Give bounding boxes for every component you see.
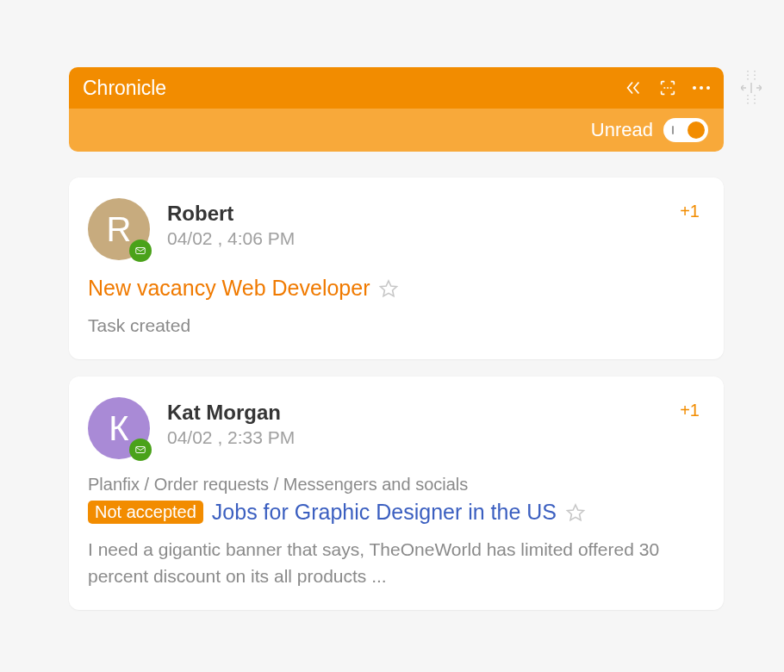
status-tag: Not accepted — [88, 501, 203, 524]
star-icon[interactable] — [565, 502, 586, 523]
snippet: Task created — [88, 313, 700, 339]
panel-subheader: Unread — [69, 109, 724, 152]
author-name: Kat Morgan — [167, 401, 663, 426]
svg-rect-8 — [136, 447, 146, 453]
breadcrumb: Planfix / Order requests / Messengers an… — [88, 475, 700, 495]
unread-count: +1 — [680, 198, 700, 221]
star-icon[interactable] — [378, 278, 399, 299]
mail-badge-icon — [129, 439, 152, 461]
title-line: New vacancy Web Developer — [88, 276, 700, 301]
svg-marker-7 — [381, 281, 397, 296]
scan-icon[interactable] — [658, 78, 677, 97]
mail-badge-icon — [129, 240, 152, 262]
author-name: Robert — [167, 202, 663, 227]
header-actions — [624, 78, 710, 97]
unread-toggle[interactable] — [663, 118, 708, 142]
feed-card[interactable]: К Kat Morgan 04/02 , 2:33 PM +1 Planfix … — [69, 376, 724, 610]
task-title[interactable]: New vacancy Web Developer — [88, 276, 370, 301]
card-body: Planfix / Order requests / Messengers an… — [88, 475, 700, 589]
timestamp: 04/02 , 2:33 PM — [167, 427, 663, 448]
task-title[interactable]: Jobs for Graphic Designer in the US — [212, 500, 557, 525]
unread-count: +1 — [680, 397, 700, 420]
panel-title: Chronicle — [83, 77, 624, 100]
collapse-icon[interactable] — [624, 78, 643, 97]
card-header: К Kat Morgan 04/02 , 2:33 PM +1 — [88, 397, 700, 459]
timestamp: 04/02 , 4:06 PM — [167, 228, 663, 249]
avatar-initial: К — [109, 409, 128, 448]
filter-label: Unread — [591, 119, 653, 141]
panel-header: Chronicle — [69, 67, 724, 109]
feed-card[interactable]: R Robert 04/02 , 4:06 PM +1 New vacancy … — [69, 177, 724, 359]
avatar[interactable]: К — [88, 397, 150, 459]
chronicle-panel: Chronicle Unread — [69, 67, 724, 152]
avatar[interactable]: R — [88, 198, 150, 260]
snippet: I need a gigantic banner that says, TheO… — [88, 537, 700, 589]
card-list: R Robert 04/02 , 4:06 PM +1 New vacancy … — [69, 177, 724, 610]
more-icon[interactable] — [693, 86, 710, 90]
avatar-initial: R — [107, 210, 132, 249]
author-block: Kat Morgan 04/02 , 2:33 PM — [167, 397, 663, 448]
svg-rect-6 — [136, 248, 146, 254]
title-line: Not accepted Jobs for Graphic Designer i… — [88, 500, 700, 525]
author-block: Robert 04/02 , 4:06 PM — [167, 198, 663, 249]
resize-handle[interactable] — [737, 67, 766, 109]
card-header: R Robert 04/02 , 4:06 PM +1 — [88, 198, 700, 260]
card-body: New vacancy Web Developer Task created — [88, 276, 700, 339]
svg-marker-9 — [568, 505, 584, 520]
